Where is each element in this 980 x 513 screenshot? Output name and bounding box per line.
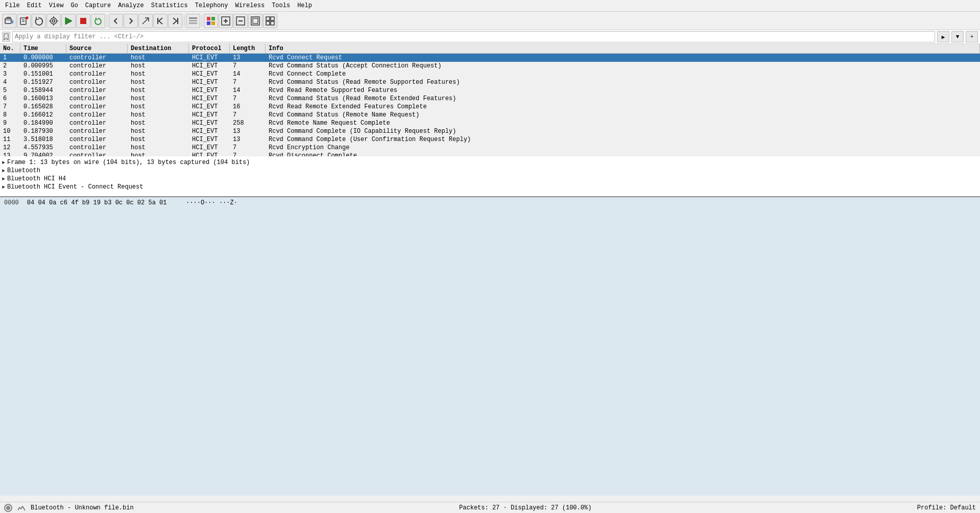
restart-capture-button[interactable] — [91, 14, 105, 28]
forward-button[interactable] — [124, 14, 138, 28]
cell-dest: host — [128, 111, 189, 119]
cell-proto: HCI_EVT — [189, 62, 230, 70]
svg-rect-17 — [189, 20, 197, 21]
cell-no: 10 — [0, 127, 20, 135]
table-row[interactable]: 3 0.151001 controller host HCI_EVT 14 Rc… — [0, 70, 980, 78]
cell-time: 9.704002 — [20, 152, 66, 156]
goto-packet-button[interactable] — [138, 14, 153, 28]
cell-len: 258 — [230, 119, 266, 127]
menu-capture[interactable]: Capture — [82, 1, 114, 10]
status-icon — [4, 504, 12, 512]
menu-edit[interactable]: Edit — [24, 1, 45, 10]
cell-dest: host — [128, 62, 189, 70]
detail-row[interactable]: ►Bluetooth — [0, 167, 980, 175]
table-row[interactable]: 5 0.158944 controller host HCI_EVT 14 Rc… — [0, 86, 980, 95]
zoom-out-button[interactable] — [233, 14, 248, 28]
cell-time: 4.557935 — [20, 144, 66, 152]
cell-proto: HCI_EVT — [189, 70, 230, 78]
table-row[interactable]: 11 3.518018 controller host HCI_EVT 13 R… — [0, 135, 980, 144]
filter-expand[interactable]: ▼ — [951, 31, 964, 42]
filter-bar: ▶ ▼ + — [0, 30, 980, 44]
cell-len: 7 — [230, 78, 266, 86]
svg-rect-13 — [80, 18, 86, 24]
cell-proto: HCI_EVT — [189, 54, 230, 62]
open-capture-button[interactable] — [2, 14, 16, 28]
cell-dest: host — [128, 152, 189, 156]
menubar: File Edit View Go Capture Analyze Statis… — [0, 0, 980, 12]
svg-rect-0 — [5, 18, 11, 24]
svg-marker-12 — [65, 17, 72, 25]
prev-packet-button[interactable] — [153, 14, 168, 28]
detail-row[interactable]: ►Bluetooth HCI Event - Connect Request — [0, 183, 980, 191]
col-header-info: Info — [266, 44, 980, 53]
cell-dest: host — [128, 86, 189, 95]
stop-capture-button[interactable] — [76, 14, 90, 28]
menu-wireless[interactable]: Wireless — [232, 1, 268, 10]
cell-dest: host — [128, 103, 189, 111]
packet-list: No. Time Source Destination Protocol Len… — [0, 44, 980, 156]
packet-list-view-button[interactable] — [186, 14, 200, 28]
cell-proto: HCI_EVT — [189, 135, 230, 144]
cell-time: 0.166012 — [20, 111, 66, 119]
close-capture-button[interactable] — [17, 14, 31, 28]
filter-bookmark-button[interactable] — [2, 32, 10, 42]
table-row[interactable]: 7 0.165028 controller host HCI_EVT 16 Rc… — [0, 103, 980, 111]
cell-info: Rcvd Connect Request — [266, 54, 980, 62]
cell-proto: HCI_EVT — [189, 144, 230, 152]
detail-arrow-icon: ► — [2, 184, 5, 190]
menu-file[interactable]: File — [2, 1, 23, 10]
detail-row[interactable]: ►Bluetooth HCI H4 — [0, 175, 980, 183]
cell-time: 0.151927 — [20, 78, 66, 86]
col-header-time: Time — [20, 44, 66, 53]
toolbar-separator-2 — [184, 15, 184, 27]
cell-len: 16 — [230, 103, 266, 111]
table-row[interactable]: 10 0.187930 controller host HCI_EVT 13 R… — [0, 127, 980, 135]
menu-help[interactable]: Help — [294, 1, 315, 10]
menu-telephony[interactable]: Telephony — [192, 1, 231, 10]
zoom-fit-button[interactable] — [248, 14, 262, 28]
hex-ascii: ····O··· ···Z· — [175, 199, 237, 206]
filter-add[interactable]: + — [966, 31, 978, 42]
cell-info: Rcvd Command Status (Read Remote Extende… — [266, 95, 980, 103]
table-row[interactable]: 8 0.166012 controller host HCI_EVT 7 Rcv… — [0, 111, 980, 119]
menu-statistics[interactable]: Statistics — [148, 1, 191, 10]
cell-info: Rcvd Connect Complete — [266, 70, 980, 78]
menu-tools[interactable]: Tools — [269, 1, 293, 10]
cell-proto: HCI_EVT — [189, 86, 230, 95]
table-row[interactable]: 4 0.151927 controller host HCI_EVT 7 Rcv… — [0, 78, 980, 86]
hex-bytes: 04 04 0a c6 4f b9 19 b3 0c 0c 02 5a 01 — [27, 199, 167, 206]
table-row[interactable]: 12 4.557935 controller host HCI_EVT 7 Rc… — [0, 144, 980, 152]
detail-arrow-icon: ► — [2, 160, 5, 166]
cell-time: 0.184990 — [20, 119, 66, 127]
expand-button[interactable] — [263, 14, 277, 28]
detail-text: Bluetooth HCI H4 — [7, 175, 66, 182]
cell-source: controller — [66, 152, 128, 156]
menu-analyze[interactable]: Analyze — [115, 1, 147, 10]
detail-row[interactable]: ►Frame 1: 13 bytes on wire (104 bits), 1… — [0, 158, 980, 167]
svg-rect-21 — [207, 21, 210, 25]
reload-button[interactable] — [32, 14, 46, 28]
zoom-in-button[interactable] — [219, 14, 233, 28]
colorize-button[interactable] — [204, 14, 218, 28]
table-row[interactable]: 13 9.704002 controller host HCI_EVT 7 Rc… — [0, 152, 980, 156]
back-button[interactable] — [109, 14, 123, 28]
detail-text: Bluetooth HCI Event - Connect Request — [7, 183, 143, 191]
next-packet-button[interactable] — [168, 14, 182, 28]
filter-arrow-right[interactable]: ▶ — [937, 31, 949, 42]
table-row[interactable]: 2 0.000995 controller host HCI_EVT 7 Rcv… — [0, 62, 980, 70]
toolbar — [0, 12, 980, 30]
cell-no: 3 — [0, 70, 20, 78]
cell-info: Rcvd Read Remote Extended Features Compl… — [266, 103, 980, 111]
table-row[interactable]: 6 0.160013 controller host HCI_EVT 7 Rcv… — [0, 95, 980, 103]
start-capture-button[interactable] — [61, 14, 76, 28]
menu-go[interactable]: Go — [67, 1, 81, 10]
cell-no: 11 — [0, 135, 20, 144]
svg-rect-32 — [266, 21, 270, 25]
cell-info: Rcvd Read Remote Supported Features — [266, 86, 980, 95]
filter-input[interactable] — [12, 31, 935, 42]
menu-view[interactable]: View — [46, 1, 67, 10]
table-row[interactable]: 9 0.184990 controller host HCI_EVT 258 R… — [0, 119, 980, 127]
capture-options-button[interactable] — [46, 14, 61, 28]
table-row[interactable]: 1 0.000000 controller host HCI_EVT 13 Rc… — [0, 54, 980, 62]
toolbar-separator-1 — [107, 15, 107, 27]
